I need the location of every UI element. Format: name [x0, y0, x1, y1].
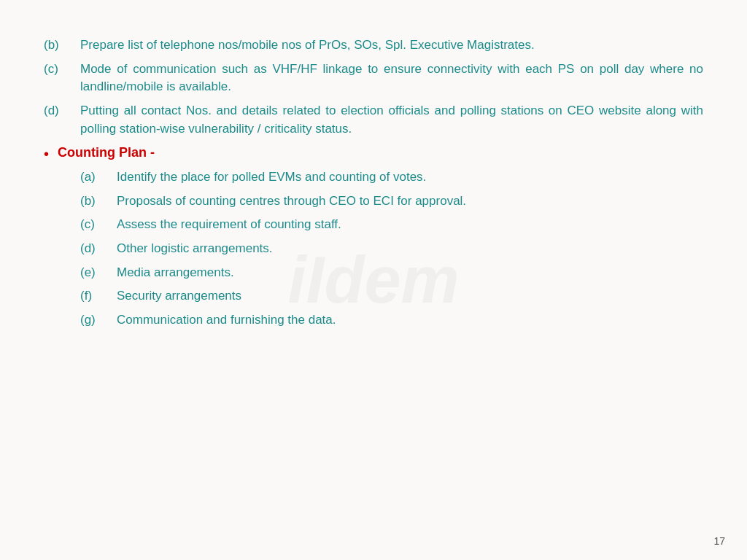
- sub-label-f: (f): [80, 287, 117, 306]
- sub-label-a: (a): [80, 168, 117, 187]
- counting-plan-label: Counting Plan -: [58, 145, 155, 160]
- item-text-c: Mode of communication such as VHF/HF lin…: [80, 61, 703, 96]
- sub-label-e: (e): [80, 264, 117, 282]
- item-label-d: (d): [44, 102, 80, 120]
- item-label-b: (b): [44, 36, 80, 55]
- sub-label-d: (d): [80, 240, 117, 258]
- list-item: (e) Media arrangements.: [80, 264, 703, 282]
- content: (b) Prepare list of telephone nos/mobile…: [44, 36, 703, 330]
- sub-text-c: Assess the requirement of counting staff…: [117, 216, 703, 234]
- sub-text-f: Security arrangements: [117, 287, 703, 306]
- list-item: (c) Mode of communication such as VHF/HF…: [44, 61, 703, 96]
- list-item: (g) Communication and furnishing the dat…: [80, 311, 703, 330]
- item-text-b: Prepare list of telephone nos/mobile nos…: [80, 36, 703, 55]
- sub-text-b: Proposals of counting centres through CE…: [117, 192, 703, 211]
- list-item: (f) Security arrangements: [80, 287, 703, 306]
- list-item: (d) Other logistic arrangements.: [80, 240, 703, 258]
- counting-plan-bullet: • Counting Plan -: [44, 145, 703, 163]
- sub-label-g: (g): [80, 311, 117, 330]
- sub-text-g: Communication and furnishing the data.: [117, 311, 703, 330]
- slide-container: iIdem (b) Prepare list of telephone nos/…: [0, 0, 747, 560]
- list-item: (c) Assess the requirement of counting s…: [80, 216, 703, 234]
- item-label-c: (c): [44, 61, 80, 79]
- list-item: (a) Identify the place for polled EVMs a…: [80, 168, 703, 187]
- sub-text-d: Other logistic arrangements.: [117, 240, 703, 258]
- content-area: (b) Prepare list of telephone nos/mobile…: [44, 36, 703, 330]
- sub-label-c: (c): [80, 216, 117, 234]
- sub-text-a: Identify the place for polled EVMs and c…: [117, 168, 703, 187]
- bullet-icon: •: [44, 146, 49, 163]
- sub-text-e: Media arrangements.: [117, 264, 703, 282]
- list-item: (b) Prepare list of telephone nos/mobile…: [44, 36, 703, 55]
- sub-label-b: (b): [80, 192, 117, 211]
- page-number: 17: [713, 535, 725, 547]
- counting-plan-sub-list: (a) Identify the place for polled EVMs a…: [80, 168, 703, 329]
- list-item: (b) Proposals of counting centres throug…: [80, 192, 703, 211]
- list-item: (d) Putting all contact Nos. and details…: [44, 102, 703, 138]
- item-text-d: Putting all contact Nos. and details rel…: [80, 102, 703, 138]
